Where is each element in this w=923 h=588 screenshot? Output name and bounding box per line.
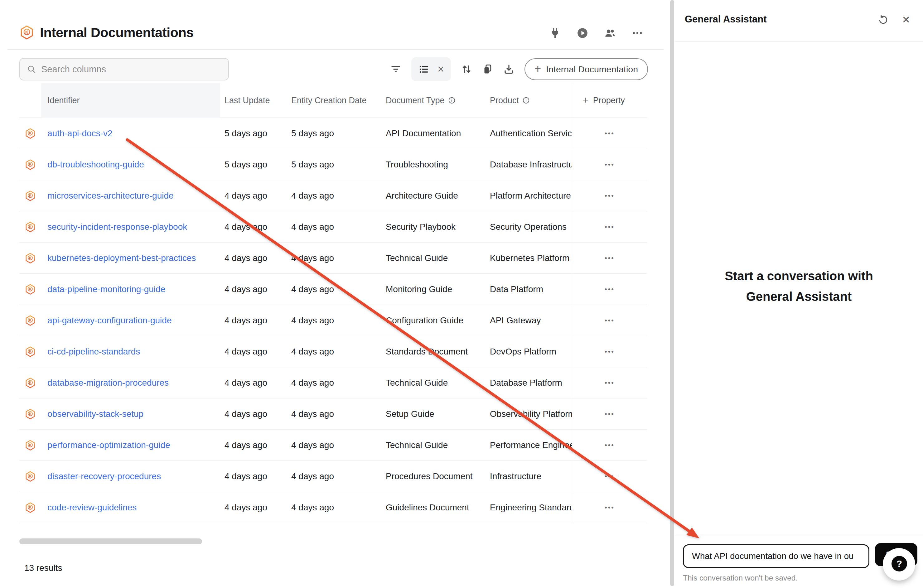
row-actions-button[interactable]: ••• [604, 161, 614, 169]
document-hexagon-icon [25, 408, 36, 420]
document-type-cell: Technical Guide [381, 440, 486, 450]
search-input[interactable] [41, 64, 222, 74]
info-icon[interactable] [522, 96, 530, 104]
document-type-cell: Troubleshooting [381, 159, 486, 169]
close-panel-icon[interactable]: × [902, 13, 910, 26]
row-actions-cell: ••• [572, 367, 647, 398]
help-question-icon[interactable]: ? [892, 556, 907, 572]
row-actions-button[interactable]: ••• [604, 254, 614, 262]
internal-documentation-logo-icon [19, 24, 34, 41]
table-row[interactable]: observability-stack-setup 4 days ago 4 d… [19, 398, 647, 430]
chat-message-input[interactable] [683, 544, 869, 568]
reset-conversation-icon[interactable] [878, 14, 889, 25]
last-update-cell: 4 days ago [220, 440, 287, 450]
users-icon[interactable] [604, 27, 616, 39]
identifier-link[interactable]: database-migration-procedures [48, 378, 169, 388]
scrollbar-thumb[interactable] [670, 0, 674, 586]
row-actions-cell: ••• [572, 118, 647, 149]
identifier-link[interactable]: api-gateway-configuration-guide [48, 315, 171, 325]
row-actions-button[interactable]: ••• [604, 441, 614, 449]
row-actions-button[interactable]: ••• [604, 223, 614, 231]
row-actions-button[interactable]: ••• [604, 504, 614, 512]
product-cell: Observability Platform [486, 409, 572, 419]
table-row[interactable]: microservices-architecture-guide 4 days … [19, 180, 647, 211]
entity-creation-date-cell: 4 days ago [287, 347, 381, 356]
table-row[interactable]: db-troubleshooting-guide 5 days ago 5 da… [19, 149, 647, 180]
clear-view-icon[interactable]: × [437, 64, 444, 75]
table-row[interactable]: data-pipeline-monitoring-guide 4 days ag… [19, 274, 647, 305]
identifier-link[interactable]: data-pipeline-monitoring-guide [48, 284, 165, 294]
sort-icon[interactable] [461, 64, 472, 75]
row-actions-button[interactable]: ••• [604, 317, 614, 325]
table-row[interactable]: performance-optimization-guide 4 days ag… [19, 430, 647, 461]
table-row[interactable]: api-gateway-configuration-guide 4 days a… [19, 305, 647, 336]
identifier-link[interactable]: disaster-recovery-procedures [48, 471, 161, 481]
row-icon-cell [19, 501, 41, 514]
copy-icon[interactable] [482, 64, 493, 75]
list-view-icon[interactable] [418, 64, 429, 75]
download-icon[interactable] [503, 64, 514, 75]
table-row[interactable]: database-migration-procedures 4 days ago… [19, 367, 647, 398]
row-icon-cell [19, 439, 41, 452]
table-row[interactable]: kubernetes-deployment-best-practices 4 d… [19, 243, 647, 274]
identifier-link[interactable]: performance-optimization-guide [48, 440, 170, 450]
entity-creation-date-cell: 4 days ago [287, 503, 381, 512]
identifier-link[interactable]: auth-api-docs-v2 [48, 128, 113, 138]
filter-icon[interactable] [390, 64, 401, 75]
identifier-link[interactable]: microservices-architecture-guide [48, 191, 174, 200]
row-actions-button[interactable]: ••• [604, 130, 614, 138]
row-icon-cell [19, 470, 41, 483]
play-circle-icon[interactable] [576, 27, 589, 39]
identifier-link[interactable]: security-incident-response-playbook [48, 222, 187, 232]
row-actions-cell: ••• [572, 274, 647, 305]
row-icon-cell [19, 377, 41, 389]
identifier-cell: performance-optimization-guide [41, 440, 220, 450]
row-icon-cell [19, 127, 41, 140]
main-vertical-scrollbar[interactable] [669, 0, 675, 588]
panel-divider [675, 535, 923, 535]
identifier-link[interactable]: code-review-guidelines [48, 503, 136, 512]
identifier-cell: disaster-recovery-procedures [41, 471, 220, 481]
row-actions-button[interactable]: ••• [604, 410, 614, 418]
document-type-cell: Setup Guide [381, 409, 486, 419]
row-actions-button[interactable]: ••• [604, 379, 614, 387]
row-actions-cell: ••• [572, 430, 647, 461]
product-cell: API Gateway [486, 315, 572, 325]
horizontal-scrollbar[interactable] [19, 539, 202, 544]
identifier-cell: db-troubleshooting-guide [41, 159, 220, 169]
table-row[interactable]: disaster-recovery-procedures 4 days ago … [19, 461, 647, 492]
document-type-cell: Monitoring Guide [381, 284, 486, 294]
identifier-link[interactable]: ci-cd-pipeline-standards [48, 347, 140, 356]
table-row[interactable]: code-review-guidelines 4 days ago 4 days… [19, 492, 647, 523]
table-row[interactable]: security-incident-response-playbook 4 da… [19, 211, 647, 243]
plug-icon[interactable] [549, 27, 561, 39]
identifier-link[interactable]: kubernetes-deployment-best-practices [48, 253, 196, 263]
table-row[interactable]: auth-api-docs-v2 5 days ago 5 days ago A… [19, 118, 647, 149]
column-header-last-update[interactable]: Last Update [220, 83, 287, 118]
column-header-identifier[interactable]: Identifier [41, 83, 220, 118]
column-header-entity-creation-date[interactable]: Entity Creation Date [287, 83, 381, 118]
last-update-cell: 4 days ago [220, 315, 287, 325]
document-type-cell: Architecture Guide [381, 191, 486, 201]
row-icon-cell [19, 252, 41, 264]
row-actions-cell: ••• [572, 398, 647, 430]
last-update-cell: 4 days ago [220, 347, 287, 356]
row-actions-button[interactable]: ••• [604, 285, 614, 293]
identifier-cell: data-pipeline-monitoring-guide [41, 284, 220, 294]
row-actions-button[interactable]: ••• [604, 192, 614, 200]
row-actions-button[interactable]: ••• [604, 348, 614, 356]
last-update-cell: 5 days ago [220, 159, 287, 169]
add-internal-documentation-button[interactable]: + Internal Documentation [524, 58, 648, 80]
identifier-link[interactable]: db-troubleshooting-guide [48, 159, 144, 169]
column-header-document-type[interactable]: Document Type [381, 83, 486, 118]
add-property-button[interactable]: + Property [572, 83, 647, 118]
identifier-cell: ci-cd-pipeline-standards [41, 347, 220, 356]
column-header-product[interactable]: Product [486, 83, 572, 118]
row-icon-cell [19, 345, 41, 358]
row-actions-cell: ••• [572, 149, 647, 180]
row-actions-button[interactable]: ••• [604, 472, 614, 480]
table-row[interactable]: ci-cd-pipeline-standards 4 days ago 4 da… [19, 336, 647, 367]
info-icon[interactable] [448, 96, 456, 104]
identifier-link[interactable]: observability-stack-setup [48, 409, 143, 419]
more-icon[interactable] [631, 27, 644, 39]
